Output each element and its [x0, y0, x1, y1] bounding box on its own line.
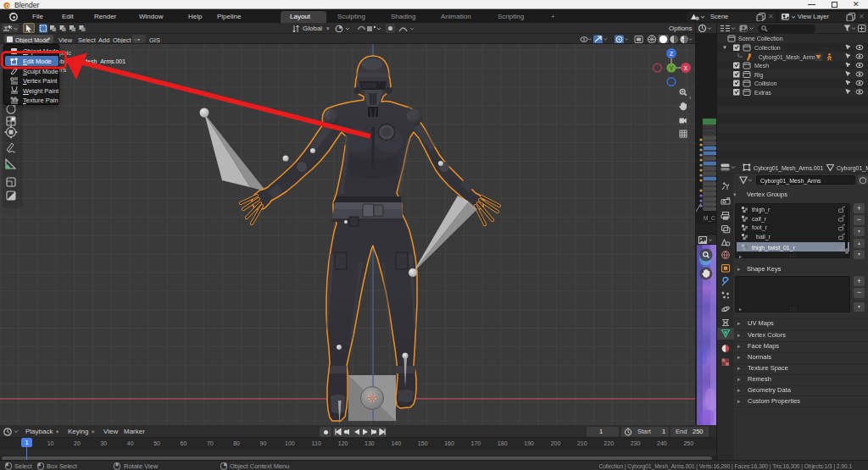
svg-text:Mesh: Mesh: [754, 63, 769, 69]
svg-text:130: 130: [364, 440, 375, 446]
svg-text:160: 160: [444, 440, 454, 446]
svg-text:180: 180: [498, 440, 508, 446]
svg-text:Cyborg01_Mesh_Arms: Cyborg01_Mesh_Arms: [759, 54, 816, 61]
svg-text:Collection: Collection: [754, 45, 781, 51]
svg-text:230: 230: [631, 440, 641, 446]
svg-text:Y: Y: [670, 65, 674, 71]
svg-text:60: 60: [181, 440, 187, 446]
svg-text:110: 110: [312, 440, 321, 446]
svg-text:250: 250: [683, 440, 693, 446]
svg-text:50: 50: [153, 440, 160, 446]
svg-text:Z: Z: [670, 51, 673, 57]
svg-text:30: 30: [100, 440, 107, 446]
svg-text:20: 20: [74, 440, 81, 446]
svg-text:Collision: Collision: [754, 80, 777, 86]
svg-text:210: 210: [577, 440, 587, 446]
svg-text:240: 240: [657, 440, 667, 446]
svg-text:40: 40: [127, 440, 134, 446]
svg-text:10: 10: [47, 440, 54, 446]
svg-text:90: 90: [260, 440, 267, 446]
svg-text:150: 150: [418, 440, 428, 446]
svg-text:140: 140: [391, 440, 401, 446]
svg-text:X: X: [684, 65, 688, 71]
svg-text:70: 70: [207, 440, 214, 446]
svg-text:80: 80: [233, 440, 240, 446]
svg-text:190: 190: [524, 440, 534, 446]
svg-text:120: 120: [338, 440, 348, 446]
svg-text:220: 220: [604, 440, 614, 446]
svg-text:170: 170: [471, 440, 481, 446]
svg-text:Rig: Rig: [754, 72, 764, 79]
svg-text:Scene Collection: Scene Collection: [738, 36, 783, 41]
svg-text:200: 200: [551, 440, 561, 446]
svg-text:‹: ‹: [689, 94, 692, 102]
svg-text:Extras: Extras: [754, 90, 771, 96]
svg-text:100: 100: [285, 440, 295, 446]
